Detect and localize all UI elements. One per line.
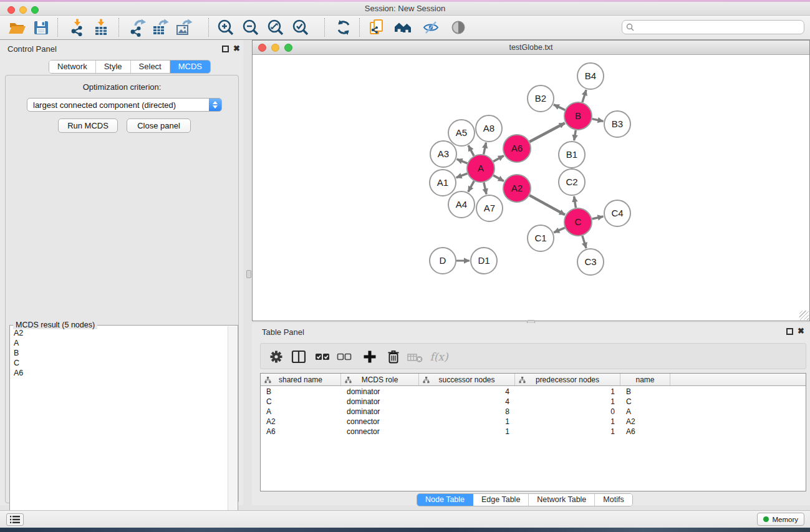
graph-node-D[interactable]: D — [430, 248, 456, 274]
resize-grip[interactable] — [799, 311, 809, 320]
close-window-button[interactable] — [7, 6, 15, 14]
result-scrollbar[interactable] — [228, 326, 237, 532]
graph-node-C3[interactable]: C3 — [577, 249, 604, 275]
zoom-selected-icon[interactable] — [291, 18, 310, 37]
network-window-titlebar[interactable]: testGlobe.txt — [253, 41, 809, 55]
panel-divider-handle[interactable] — [246, 270, 251, 278]
tab-select[interactable]: Select — [131, 60, 170, 73]
graph-node-B1[interactable]: B1 — [559, 142, 585, 168]
float-panel-icon[interactable] — [222, 46, 229, 52]
graph-node-B3[interactable]: B3 — [604, 111, 630, 137]
network-view-title: testGlobe.txt — [253, 41, 809, 54]
graph-node-B2[interactable]: B2 — [528, 85, 554, 112]
close-view-button[interactable] — [258, 44, 266, 52]
graph-edge-B-B1 — [574, 130, 576, 141]
column-header-successor-nodes[interactable]: successor nodes — [419, 374, 515, 385]
graph-node-C4[interactable]: C4 — [604, 200, 630, 226]
table-row[interactable]: Adominator80A — [261, 407, 806, 417]
graph-node-A7[interactable]: A7 — [476, 195, 503, 221]
minimize-view-button[interactable] — [271, 44, 279, 52]
tab-node-table[interactable]: Node Table — [417, 494, 473, 506]
tab-network-table[interactable]: Network Table — [529, 494, 595, 506]
import-network-icon[interactable] — [68, 18, 87, 37]
graph-node-A[interactable]: A — [467, 155, 494, 182]
result-item[interactable]: B — [11, 348, 228, 358]
graph-node-A4[interactable]: A4 — [448, 191, 475, 218]
result-item[interactable]: C — [11, 358, 228, 368]
graph-node-D1[interactable]: D1 — [471, 248, 497, 274]
graph-node-C1[interactable]: C1 — [528, 225, 554, 251]
graph-node-A8[interactable]: A8 — [476, 115, 502, 142]
search-field[interactable] — [622, 20, 804, 34]
tab-edge-table[interactable]: Edge Table — [473, 494, 529, 506]
table-panel: Table Panel ✖ f(x) shared nameMCDS roles… — [252, 323, 810, 505]
home-network-icon[interactable] — [393, 18, 412, 37]
search-input[interactable] — [637, 23, 804, 32]
zoom-view-button[interactable] — [284, 44, 292, 52]
table-row[interactable]: A2connector11A2 — [261, 417, 806, 427]
table-row[interactable]: Bdominator41B — [261, 387, 806, 397]
select-all-icon[interactable] — [313, 347, 332, 366]
result-item[interactable]: A6 — [11, 368, 228, 378]
graph-node-A2[interactable]: A2 — [503, 175, 531, 202]
table-cell: 1 — [515, 387, 620, 397]
deselect-all-icon[interactable] — [335, 347, 354, 366]
zoom-window-button[interactable] — [31, 6, 39, 14]
criterion-select[interactable]: largest connected component (directed) — [27, 98, 222, 112]
zoom-out-icon[interactable] — [241, 18, 260, 37]
column-header-name[interactable]: name — [620, 374, 670, 385]
tab-motifs[interactable]: Motifs — [595, 494, 632, 506]
export-network-icon[interactable] — [128, 18, 147, 37]
tab-mcds[interactable]: MCDS — [170, 60, 210, 73]
graph-node-A3[interactable]: A3 — [430, 141, 456, 167]
graph-node-A5[interactable]: A5 — [448, 120, 475, 146]
task-list-icon — [9, 515, 21, 524]
table-row[interactable]: Cdominator41C — [261, 397, 806, 407]
graph-node-A6[interactable]: A6 — [503, 135, 531, 162]
result-item[interactable]: A2 — [11, 328, 228, 338]
run-mcds-button[interactable]: Run MCDS — [58, 118, 118, 133]
show-column-panel-icon[interactable] — [289, 347, 308, 366]
function-builder-icon[interactable]: f(x) — [428, 347, 450, 366]
close-panel-icon[interactable]: ✖ — [798, 326, 804, 336]
mcds-result-list[interactable]: A2ABCA6 — [11, 328, 228, 532]
graph-node-B4[interactable]: B4 — [577, 63, 604, 89]
graph-node-C2[interactable]: C2 — [559, 169, 585, 195]
column-header-MCDS-role[interactable]: MCDS role — [341, 374, 419, 385]
table-cell: 1 — [515, 397, 620, 407]
column-header-predecessor-nodes[interactable]: predecessor nodes — [515, 374, 620, 385]
delete-table-icon[interactable] — [406, 347, 425, 366]
column-header-shared-name[interactable]: shared name — [261, 374, 341, 385]
close-panel-button[interactable]: Close panel — [127, 118, 191, 133]
delete-column-trash-icon[interactable] — [384, 347, 403, 366]
result-item[interactable]: A — [11, 338, 228, 348]
refresh-icon[interactable] — [334, 18, 353, 37]
control-panel-title: Control Panel — [7, 44, 57, 54]
tab-network[interactable]: Network — [49, 60, 96, 73]
zoom-in-icon[interactable] — [216, 18, 235, 37]
float-panel-icon[interactable] — [786, 328, 793, 335]
save-session-icon[interactable] — [32, 18, 51, 37]
close-panel-icon[interactable]: ✖ — [233, 44, 240, 53]
task-history-button[interactable] — [6, 513, 24, 526]
table-row[interactable]: A6connector11A6 — [261, 427, 806, 437]
tab-style[interactable]: Style — [96, 60, 131, 73]
network-canvas[interactable]: B4B2BB3A5A8A6A3B1AA1C2A2A4A7C4CC1DD1C3 — [253, 55, 809, 321]
table-settings-gear-icon[interactable] — [267, 347, 286, 366]
graph-node-B[interactable]: B — [564, 102, 592, 130]
export-table-icon[interactable] — [151, 18, 170, 37]
graph-node-C[interactable]: C — [564, 208, 592, 236]
zoom-fit-icon[interactable] — [266, 18, 285, 37]
birdseye-icon[interactable] — [449, 18, 468, 37]
export-image-icon[interactable] — [175, 18, 193, 37]
open-file-icon[interactable] — [7, 18, 26, 37]
add-column-icon[interactable] — [360, 347, 379, 366]
graph-node-A1[interactable]: A1 — [430, 170, 456, 196]
minimize-window-button[interactable] — [19, 6, 27, 14]
memory-status-icon — [763, 516, 769, 522]
clone-network-icon[interactable] — [367, 18, 386, 37]
import-table-icon[interactable] — [92, 18, 110, 37]
hide-details-icon[interactable] — [422, 18, 440, 37]
graph-edge-A-A8 — [484, 143, 486, 155]
memory-button[interactable]: Memory — [757, 513, 804, 526]
